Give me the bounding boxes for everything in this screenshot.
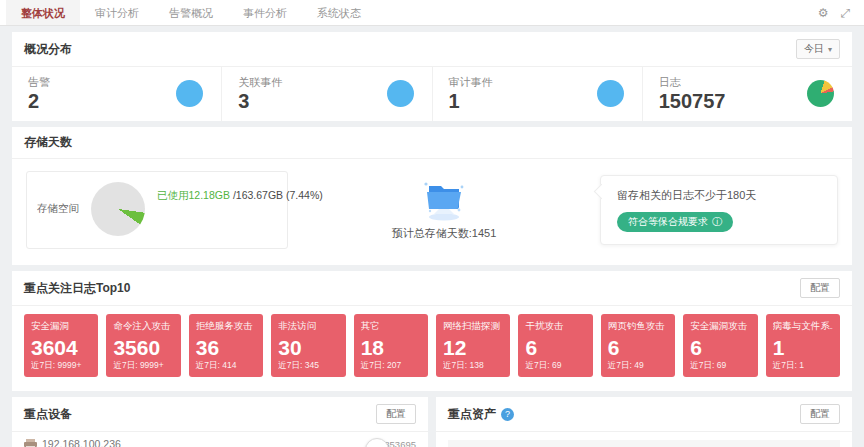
retention-notice: 留存相关的日志不少于180天 xyxy=(617,188,821,203)
pie-chart-icon xyxy=(807,80,834,107)
key-devices-panel: 重点设备 配置 192.168.100.236 853695 192.168.1… xyxy=(12,397,428,447)
log-card-value: 12 xyxy=(443,335,503,360)
log-card[interactable]: 网页钓鱼攻击 6 近7日: 49 xyxy=(601,314,675,377)
recent-label: 近7日: xyxy=(278,360,302,370)
tab-alert-overview[interactable]: 告警概况 xyxy=(154,0,228,25)
log-card-title: 非法访问 xyxy=(278,320,338,333)
device-row[interactable]: 192.168.100.236 853695 xyxy=(24,438,416,447)
recent-label: 近7日: xyxy=(113,360,137,370)
recent-value: 9999+ xyxy=(140,360,164,370)
recent-value: 1 xyxy=(799,360,804,370)
log-card-value: 6 xyxy=(525,335,585,360)
log-card-title: 拒绝服务攻击 xyxy=(196,320,256,333)
storage-days-text: 预计总存储天数:1451 xyxy=(392,226,497,241)
top-logs-cards: 安全漏洞 3604 近7日: 9999+ 命令注入攻击 3560 近7日: 99… xyxy=(12,306,852,391)
stat-label: 审计事件 xyxy=(449,75,493,90)
recent-value: 207 xyxy=(387,360,401,370)
alert-circle-icon xyxy=(176,80,203,107)
overview-panel: 概况分布 今日 ▾ 告警 2 关联事件 3 审计事件 1 xyxy=(12,32,852,121)
assets-config-button[interactable]: 配置 xyxy=(800,404,840,424)
log-card-title: 网页钓鱼攻击 xyxy=(608,320,668,333)
top-logs-panel: 重点关注日志Top10 配置 安全漏洞 3604 近7日: 9999+ 命令注入… xyxy=(12,271,852,391)
log-card-title: 干扰攻击 xyxy=(525,320,585,333)
storage-usage-pie xyxy=(91,182,145,236)
storage-used-text: 已使用12.18GB xyxy=(157,189,230,201)
stat-value: 150757 xyxy=(659,91,726,112)
recent-label: 近7日: xyxy=(31,360,55,370)
chevron-down-icon: ▾ xyxy=(828,45,832,54)
log-card-value: 6 xyxy=(608,335,668,360)
recent-value: 414 xyxy=(222,360,236,370)
stat-alerts: 告警 2 xyxy=(12,67,222,121)
recent-value: 9999+ xyxy=(57,360,81,370)
help-icon[interactable]: ? xyxy=(501,408,514,421)
storage-space-card: 存储空间 已使用12.18GB /163.67GB (7.44%) xyxy=(26,171,288,249)
log-card[interactable]: 非法访问 30 近7日: 345 xyxy=(271,314,345,377)
log-card[interactable]: 网络扫描探测 12 近7日: 138 xyxy=(436,314,510,377)
overview-stats-row: 告警 2 关联事件 3 审计事件 1 日志 150757 xyxy=(12,67,852,121)
settings-gear-icon[interactable]: ⚙ xyxy=(818,6,829,20)
stat-value: 3 xyxy=(238,91,282,112)
log-card-value: 3604 xyxy=(31,335,91,360)
recent-value: 138 xyxy=(470,360,484,370)
top-logs-section-title: 重点关注日志Top10 xyxy=(24,280,130,297)
recent-value: 69 xyxy=(717,360,726,370)
period-value: 今日 xyxy=(804,42,824,56)
recent-label: 近7日: xyxy=(773,360,797,370)
stat-value: 2 xyxy=(28,91,50,112)
recent-value: 49 xyxy=(634,360,643,370)
tab-event-analysis[interactable]: 事件分析 xyxy=(228,0,302,25)
device-count: 853695 xyxy=(384,439,416,447)
storage-space-label: 存储空间 xyxy=(37,202,79,216)
recent-label: 近7日: xyxy=(196,360,220,370)
log-card-value: 18 xyxy=(361,335,421,360)
log-card-value: 36 xyxy=(196,335,256,360)
devices-config-button[interactable]: 配置 xyxy=(376,404,416,424)
tab-system-status[interactable]: 系统状态 xyxy=(302,0,376,25)
recent-label: 近7日: xyxy=(525,360,549,370)
log-card-title: 网络扫描探测 xyxy=(443,320,503,333)
event-circle-icon xyxy=(387,80,414,107)
stat-label: 日志 xyxy=(659,75,726,90)
log-card[interactable]: 其它 18 近7日: 207 xyxy=(354,314,428,377)
log-card-value: 1 xyxy=(773,335,833,360)
audit-circle-icon xyxy=(597,80,624,107)
compliance-bubble: 留存相关的日志不少于180天 符合等保合规要求ⓘ xyxy=(600,175,838,245)
assets-section-title: 重点资产 xyxy=(448,406,496,423)
recent-value: 345 xyxy=(305,360,319,370)
stat-audit-events: 审计事件 1 xyxy=(433,67,643,121)
devices-section-title: 重点设备 xyxy=(24,406,72,423)
device-ip: 192.168.100.236 xyxy=(42,438,121,447)
log-card-title: 命令注入攻击 xyxy=(113,320,173,333)
log-card[interactable]: 命令注入攻击 3560 近7日: 9999+ xyxy=(106,314,180,377)
log-card-title: 其它 xyxy=(361,320,421,333)
log-card[interactable]: 病毒与文件系... 1 近7日: 1 xyxy=(766,314,840,377)
log-card[interactable]: 干扰攻击 6 近7日: 69 xyxy=(518,314,592,377)
recent-label: 近7日: xyxy=(608,360,632,370)
log-card[interactable]: 安全漏洞攻击 6 近7日: 69 xyxy=(683,314,757,377)
stat-correlated-events: 关联事件 3 xyxy=(222,67,432,121)
log-card-title: 病毒与文件系... xyxy=(773,320,833,333)
log-card[interactable]: 拒绝服务攻击 36 近7日: 414 xyxy=(189,314,263,377)
storage-days-block: 预计总存储天数:1451 xyxy=(288,180,600,241)
period-dropdown[interactable]: 今日 ▾ xyxy=(796,39,840,59)
compliance-badge[interactable]: 符合等保合规要求ⓘ xyxy=(617,212,733,232)
log-card-title: 安全漏洞 xyxy=(31,320,91,333)
stat-logs: 日志 150757 xyxy=(643,67,852,121)
stat-label: 告警 xyxy=(28,75,50,90)
recent-label: 近7日: xyxy=(361,360,385,370)
storage-panel: 存储天数 存储空间 已使用12.18GB /163.67GB (7.44%) 预… xyxy=(12,127,852,265)
log-card-value: 6 xyxy=(690,335,750,360)
tab-audit-analysis[interactable]: 审计分析 xyxy=(80,0,154,25)
fullscreen-expand-icon[interactable]: ⤢ xyxy=(840,6,850,20)
tab-overall-status[interactable]: 整体状况 xyxy=(6,0,80,25)
top-logs-config-button[interactable]: 配置 xyxy=(800,278,840,298)
recent-label: 近7日: xyxy=(690,360,714,370)
device-icon xyxy=(24,439,37,447)
assets-table: 资产名称 风险等级 告警分布 WindowsServer2016 高 0 2 0… xyxy=(448,440,840,447)
key-assets-panel: 重点资产 ? 配置 资产名称 风险等级 告警分布 WindowsServer20… xyxy=(436,397,852,447)
tab-bar: 整体状况 审计分析 告警概况 事件分析 系统状态 ⚙ ⤢ xyxy=(0,0,864,26)
log-card[interactable]: 安全漏洞 3604 近7日: 9999+ xyxy=(24,314,98,377)
folder-icon xyxy=(421,180,467,222)
compliance-badge-label: 符合等保合规要求 xyxy=(628,215,708,229)
